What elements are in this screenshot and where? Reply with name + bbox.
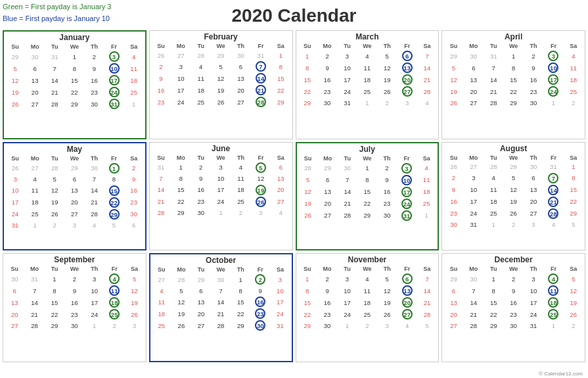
calendar-grid: January SuMoTuWeThFrSa 29 30 31 1 2 3 4 …: [0, 30, 588, 364]
legend: Green = First payday is January 3 Blue =…: [3, 1, 111, 24]
month-june: June SuMoTuWeThFrSa 31 1 2 3 4 5 6 7 8 9…: [149, 142, 293, 251]
month-september: September SuMoTuWeThFrSa 30 31 1 2 3 4 5…: [3, 253, 147, 362]
month-august: August SuMoTuWeThFrSa 26 27 28 29 30 31 …: [441, 142, 585, 251]
month-may: May SuMoTuWeThFrSa 26 27 28 29 30 1 2 3 …: [3, 142, 147, 251]
month-january: January SuMoTuWeThFrSa 29 30 31 1 2 3 4 …: [3, 30, 147, 139]
month-december: December SuMoTuWeThFrSa 29 30 1 2 3 4 5 …: [441, 253, 585, 362]
month-february: February SuMoTuWeThFrSa 26 27 28 29 30 3…: [149, 30, 293, 139]
month-july: July SuMoTuWeThFrSa 28 29 30 1 2 3 4 5 6…: [296, 142, 440, 251]
month-october: October SuMoTuWeThFrSa 27 28 29 30 1 2 3…: [149, 253, 293, 362]
month-march: March SuMoTuWeThFrSa 1 2 3 4 5 6 7 8 9 1…: [296, 30, 440, 139]
copyright: © Calendar12.com: [539, 371, 583, 377]
legend-blue: Blue = First payday is January 10: [3, 13, 111, 25]
legend-green: Green = First payday is January 3: [3, 1, 111, 13]
month-april: April SuMoTuWeThFrSa 29 30 31 1 2 3 4 5 …: [441, 30, 585, 139]
month-november: November SuMoTuWeThFrSa 1 2 3 4 5 6 7 8 …: [296, 253, 440, 362]
